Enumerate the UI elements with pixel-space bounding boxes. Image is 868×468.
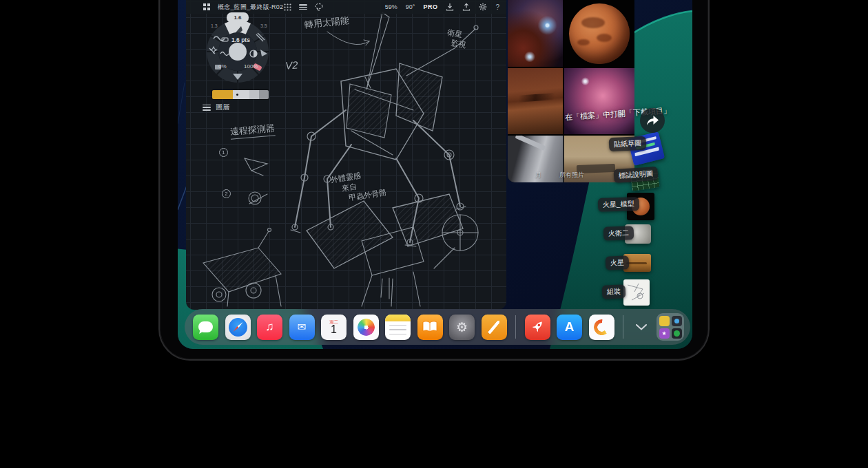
assembly-sketch-lines: [623, 279, 650, 306]
dock-app-music[interactable]: ♫: [257, 315, 282, 340]
tab-all-photos[interactable]: 所有照片: [559, 171, 584, 180]
tab-month[interactable]: 月: [535, 171, 541, 180]
dock-app-messages[interactable]: [193, 315, 218, 340]
snap-grid-icon[interactable]: [283, 3, 291, 11]
tool-size-top-left: 1.3: [211, 23, 218, 28]
dock-app-photos[interactable]: [353, 315, 379, 340]
page-background: 轉用太陽能 衛星 監視 V2 遠程探測器 1 2 外體靈感 來自 甲蟲外骨骼: [0, 0, 868, 468]
swatch-dark-gray[interactable]: [259, 90, 269, 99]
opacity-value: 100%: [244, 63, 258, 70]
dock-app-safari[interactable]: [225, 315, 251, 340]
concepts-swirl-icon: [594, 319, 610, 335]
ipad-screen: 轉用太陽能 衛星 監視 V2 遠程探測器 1 2 外體靈感 來自 甲蟲外骨骼: [178, 0, 692, 349]
dock-app-drawing-pen[interactable]: [482, 315, 507, 340]
layers-menu-icon: [203, 105, 211, 111]
music-note-icon: ♫: [265, 320, 274, 334]
photo-mars-surface[interactable]: [508, 68, 563, 134]
photo-mars-planet[interactable]: [564, 0, 634, 67]
settings-gear-icon[interactable]: [479, 3, 487, 11]
color-swatch-bar[interactable]: [212, 90, 269, 99]
dock-app-notes[interactable]: [385, 315, 411, 340]
tool-size-value: 1.6: [234, 14, 242, 21]
dock-app-mail[interactable]: ✉: [289, 315, 315, 340]
layers-button[interactable]: 圖層: [203, 103, 229, 112]
annotation-marker-1: 1: [219, 145, 228, 157]
dock-app-concepts[interactable]: [589, 315, 614, 340]
dock-app-calendar[interactable]: 週二 1: [321, 315, 347, 340]
mail-envelope-icon: ✉: [298, 321, 307, 333]
canvas-rotation[interactable]: 90°: [406, 3, 415, 10]
forward-arrow-button[interactable]: [640, 108, 665, 133]
photos-app-window[interactable]: 月 所有照片: [508, 0, 634, 182]
forward-arrow-icon: [645, 114, 659, 127]
drag-item-label: 火衛二: [603, 226, 634, 241]
notes-header: [385, 315, 411, 321]
mars-sphere: [569, 3, 630, 64]
pro-badge[interactable]: PRO: [423, 3, 437, 10]
zoom-level[interactable]: 59%: [385, 3, 397, 10]
tool-size-top-right: 3.5: [260, 23, 267, 28]
swatch-gray[interactable]: [249, 90, 259, 99]
stroke-size-readout: 1.6 pts: [231, 36, 250, 43]
dock: ♫ ✉ 週二 1 ⚙ A: [185, 309, 690, 345]
dock-collapse-button[interactable]: [632, 315, 650, 340]
books-icon: [422, 321, 437, 333]
wheel-center-button[interactable]: [229, 43, 247, 61]
lasso-select-icon[interactable]: [315, 3, 323, 11]
chevron-down-icon: [636, 324, 647, 330]
library-mini-app-camera: [672, 316, 682, 326]
drag-item-label: 組裝: [602, 284, 626, 299]
annotation-version: V2: [285, 58, 298, 71]
dock-app-settings[interactable]: ⚙: [449, 315, 475, 340]
photo-nebula-orange[interactable]: [508, 0, 563, 67]
mars-ridge: [508, 92, 563, 103]
layers-label: 圖層: [216, 103, 229, 112]
pen-icon: [488, 319, 501, 334]
annotation-marker-2: 2: [222, 186, 231, 198]
smoothing-value: 0%: [218, 63, 227, 70]
drag-item-label: 火星_模型: [598, 197, 639, 212]
dock-divider: [515, 315, 516, 339]
dock-app-books[interactable]: [417, 315, 443, 340]
concepts-app-window[interactable]: 轉用太陽能 衛星 監視 V2 遠程探測器 1 2 外體靈感 來自 甲蟲外骨骼: [186, 0, 506, 310]
drag-item-label: 貼紙草圖: [609, 136, 647, 152]
appstore-a-icon: A: [565, 319, 575, 334]
annotation-satellite: 衛星 監視: [445, 28, 468, 50]
landscape-shadow: [626, 262, 647, 264]
swatch-light-gray[interactable]: [233, 90, 249, 99]
rocket-icon: [530, 319, 545, 334]
dock-divider: [623, 315, 623, 339]
library-mini-app-yellow: [659, 316, 670, 326]
library-mini-app-star: ★: [659, 328, 670, 339]
settings-gear-icon: ⚙: [456, 319, 468, 335]
help-button[interactable]: ?: [495, 3, 499, 11]
dock-app-rocket[interactable]: [525, 315, 550, 340]
share-export-icon[interactable]: [462, 3, 471, 11]
drag-thumb-assembly[interactable]: [623, 279, 650, 306]
dock-app-library[interactable]: ★: [657, 313, 684, 341]
tool-wheel[interactable]: 1.6 1.3 3.5: [200, 10, 277, 88]
swatch-yellow[interactable]: [212, 90, 233, 99]
line-weight-icon[interactable]: [299, 3, 307, 11]
calendar-day: 1: [331, 324, 337, 335]
dock-app-appstore[interactable]: A: [557, 315, 582, 340]
drag-item-label: 火星: [606, 255, 630, 270]
selected-swatch-dot: [236, 94, 238, 96]
library-mini-app-green: [672, 328, 682, 339]
messages-bubble-icon: [198, 321, 213, 332]
safari-compass-icon: [229, 318, 247, 337]
import-icon[interactable]: [446, 3, 454, 11]
photo-nebula-pink[interactable]: [564, 68, 634, 134]
photos-flower-icon: [358, 319, 375, 336]
